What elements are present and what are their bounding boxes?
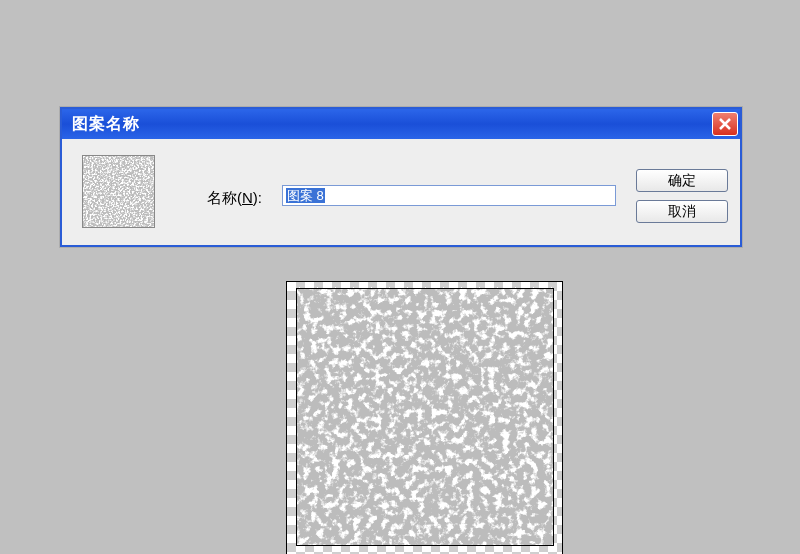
titlebar[interactable]: 图案名称 <box>62 109 740 139</box>
dialog-title: 图案名称 <box>72 114 140 135</box>
name-label: 名称(N): <box>207 189 262 208</box>
close-icon <box>718 117 732 131</box>
pattern-preview-large <box>296 288 554 546</box>
name-input-selection: 图案 8 <box>286 188 325 203</box>
ok-button[interactable]: 确定 <box>636 169 728 192</box>
name-input[interactable]: 图案 8 <box>282 185 616 206</box>
canvas-preview-area <box>286 281 563 554</box>
pattern-name-dialog: 图案名称 名称(N): 图案 8 确定 取消 <box>60 107 742 247</box>
svg-rect-1 <box>83 156 154 227</box>
close-button[interactable] <box>712 112 738 136</box>
cancel-button[interactable]: 取消 <box>636 200 728 223</box>
pattern-thumbnail <box>82 155 155 228</box>
svg-rect-3 <box>297 289 553 545</box>
dialog-body: 名称(N): 图案 8 确定 取消 <box>62 139 740 245</box>
